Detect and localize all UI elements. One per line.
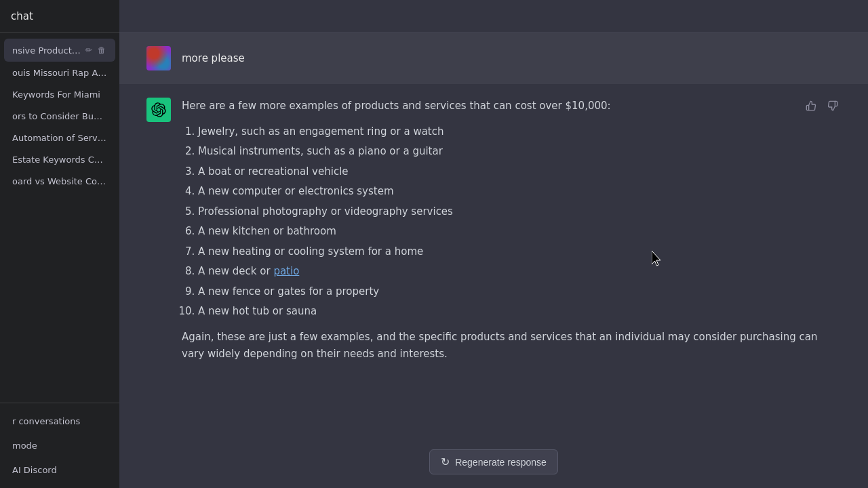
sidebar-item-4-label: ors to Consider Buying S bbox=[12, 111, 107, 121]
trash-icon[interactable]: 🗑 bbox=[96, 44, 107, 56]
thumbs-up-icon bbox=[806, 100, 816, 111]
sidebar: chat nsive Products an ✏ 🗑 ouis Missouri… bbox=[0, 0, 119, 488]
list-item: A boat or recreational vehicle bbox=[198, 163, 841, 181]
sidebar-item-3[interactable]: Keywords For Miami bbox=[4, 84, 115, 105]
ai-intro-text: Here are a few more examples of products… bbox=[182, 98, 841, 115]
thumbs-down-icon bbox=[827, 100, 838, 111]
sidebar-item-1-label: nsive Products an bbox=[12, 45, 84, 56]
sidebar-item-3-label: Keywords For Miami bbox=[12, 89, 100, 100]
thumbs-up-button[interactable] bbox=[803, 98, 819, 114]
ai-message: Here are a few more examples of products… bbox=[119, 84, 868, 385]
sidebar-mode[interactable]: mode bbox=[4, 434, 115, 458]
sidebar-item-1-actions: ✏ 🗑 bbox=[84, 44, 107, 56]
sidebar-discord[interactable]: AI Discord bbox=[4, 458, 115, 482]
chatgpt-logo-icon bbox=[151, 102, 166, 117]
regenerate-button[interactable]: ↻ Regenerate response bbox=[429, 449, 558, 474]
list-item: Jewelry, such as an engagement ring or a… bbox=[198, 123, 841, 141]
mode-label: mode bbox=[12, 441, 37, 451]
thumbs-down-button[interactable] bbox=[825, 98, 841, 114]
list-item: Musical instruments, such as a piano or … bbox=[198, 143, 841, 161]
sidebar-clear-conversations[interactable]: r conversations bbox=[4, 409, 115, 433]
ai-outro-text: Again, these are just a few examples, an… bbox=[182, 329, 841, 363]
list-item: A new kitchen or bathroom bbox=[198, 223, 841, 241]
user-avatar bbox=[146, 46, 171, 70]
regenerate-label: Regenerate response bbox=[455, 457, 547, 468]
main-content: more please Here are a few more examples… bbox=[119, 0, 868, 488]
sidebar-item-7-label: oard vs Website Compar bbox=[12, 176, 107, 186]
clear-conversations-label: r conversations bbox=[12, 416, 80, 426]
ai-list: Jewelry, such as an engagement ring or a… bbox=[182, 123, 841, 321]
sidebar-item-1[interactable]: nsive Products an ✏ 🗑 bbox=[4, 39, 115, 62]
list-item: A new hot tub or sauna bbox=[198, 303, 841, 321]
sidebar-items-list: nsive Products an ✏ 🗑 ouis Missouri Rap … bbox=[0, 33, 119, 403]
edit-icon[interactable]: ✏ bbox=[84, 44, 94, 56]
list-item-8: A new deck or patio bbox=[198, 263, 841, 281]
regenerate-icon: ↻ bbox=[441, 455, 450, 468]
patio-link[interactable]: patio bbox=[273, 265, 299, 277]
user-avatar-image bbox=[146, 46, 171, 70]
chat-area: more please Here are a few more examples… bbox=[119, 33, 868, 441]
list-item: A new computer or electronics system bbox=[198, 183, 841, 201]
sidebar-title: chat bbox=[11, 10, 33, 22]
input-area: ↻ Regenerate response bbox=[119, 441, 868, 488]
user-message: more please bbox=[119, 33, 868, 84]
sidebar-header: chat bbox=[0, 0, 119, 33]
discord-label: AI Discord bbox=[12, 465, 57, 475]
sidebar-item-2[interactable]: ouis Missouri Rap Artists bbox=[4, 62, 115, 83]
list-item: A new heating or cooling system for a ho… bbox=[198, 243, 841, 261]
sidebar-item-4[interactable]: ors to Consider Buying S bbox=[4, 106, 115, 127]
sidebar-item-2-label: ouis Missouri Rap Artists bbox=[12, 68, 107, 78]
ai-message-content: Here are a few more examples of products… bbox=[182, 98, 841, 371]
sidebar-item-5-label: Automation of Services bbox=[12, 133, 107, 143]
ai-message-actions bbox=[803, 98, 841, 114]
sidebar-bottom: r conversations mode AI Discord bbox=[0, 403, 119, 488]
sidebar-item-6-label: Estate Keywords Chicag bbox=[12, 155, 107, 165]
list-item: Professional photography or videography … bbox=[198, 203, 841, 221]
user-message-text: more please bbox=[182, 46, 245, 66]
list-item: A new fence or gates for a property bbox=[198, 283, 841, 301]
sidebar-item-5[interactable]: Automation of Services bbox=[4, 127, 115, 148]
ai-avatar bbox=[146, 98, 171, 122]
sidebar-item-6[interactable]: Estate Keywords Chicag bbox=[4, 149, 115, 170]
sidebar-item-7[interactable]: oard vs Website Compar bbox=[4, 171, 115, 192]
top-bar bbox=[119, 0, 868, 33]
